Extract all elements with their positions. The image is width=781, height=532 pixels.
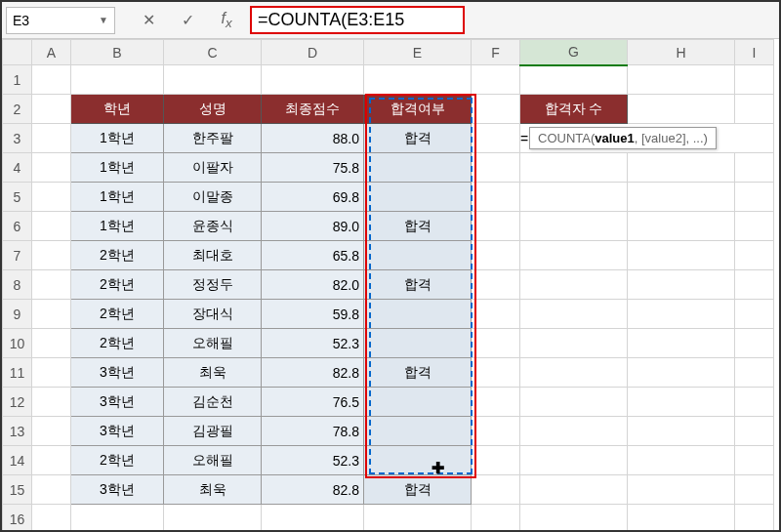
row-header[interactable]: 1 [3,65,32,95]
cell-F15[interactable] [472,475,520,505]
cell-E3[interactable]: 합격 [364,124,472,153]
col-header-D[interactable]: D [262,40,364,65]
cell-H14[interactable] [628,446,735,475]
cell-A7[interactable] [32,241,71,270]
cell-F1[interactable] [472,65,520,95]
cell-I4[interactable] [735,153,774,183]
col-header-G[interactable]: G [520,40,628,65]
cell-E13[interactable] [364,417,472,446]
row-header[interactable]: 4 [3,153,32,183]
col-header-E[interactable]: E [364,40,472,65]
cell-B16[interactable] [71,505,164,531]
cell-I10[interactable] [735,329,774,358]
cell-F8[interactable] [472,270,520,300]
cell-D11[interactable]: 82.8 [262,358,364,388]
row-header[interactable]: 15 [3,475,32,505]
cell-G14[interactable] [520,446,628,475]
cell-A10[interactable] [32,329,71,358]
cell-C15[interactable]: 최욱 [164,475,262,505]
cell-G8[interactable] [520,270,628,300]
cell-I1[interactable] [735,65,774,95]
cell-I15[interactable] [735,475,774,505]
cell-I6[interactable] [735,212,774,241]
cell-D5[interactable]: 69.8 [262,183,364,212]
cell-H11[interactable] [628,358,735,388]
cell-I7[interactable] [735,241,774,270]
cell-D8[interactable]: 82.0 [262,270,364,300]
accept-formula-icon[interactable]: ✓ [172,7,203,34]
cell-I9[interactable] [735,300,774,329]
cell-G16[interactable] [520,505,628,531]
cell-C12[interactable]: 김순천 [164,388,262,417]
cell-A5[interactable] [32,183,71,212]
cell-F11[interactable] [472,358,520,388]
cell-F2[interactable] [472,95,520,124]
cell-E6[interactable]: 합격 [364,212,472,241]
col-header-C[interactable]: C [164,40,262,65]
cell-A8[interactable] [32,270,71,300]
cell-H2[interactable] [628,95,735,124]
cell-G1[interactable] [520,65,628,95]
cell-G9[interactable] [520,300,628,329]
row-header[interactable]: 8 [3,270,32,300]
row-header[interactable]: 11 [3,358,32,388]
cell-G13[interactable] [520,417,628,446]
chevron-down-icon[interactable]: ▼ [99,15,108,25]
cell-G5[interactable] [520,183,628,212]
cell-A12[interactable] [32,388,71,417]
cell-E14[interactable] [364,446,472,475]
cell-F5[interactable] [472,183,520,212]
cell-H15[interactable] [628,475,735,505]
cell-G6[interactable] [520,212,628,241]
formula-input[interactable]: =COUNTA(E3:E15 [250,7,771,34]
cell-C7[interactable]: 최대호 [164,241,262,270]
cell-D12[interactable]: 76.5 [262,388,364,417]
cell-F4[interactable] [472,153,520,183]
cell-F13[interactable] [472,417,520,446]
cell-B2[interactable]: 학년 [71,95,164,124]
cell-B7[interactable]: 2학년 [71,241,164,270]
cell-A2[interactable] [32,95,71,124]
cell-G10[interactable] [520,329,628,358]
cell-H8[interactable] [628,270,735,300]
cell-G2[interactable]: 합격자 수 [520,95,628,124]
cell-H5[interactable] [628,183,735,212]
cell-F14[interactable] [472,446,520,475]
cell-I13[interactable] [735,417,774,446]
cell-B14[interactable]: 2학년 [71,446,164,475]
cell-F7[interactable] [472,241,520,270]
cell-D9[interactable]: 59.8 [262,300,364,329]
col-header-I[interactable]: I [735,40,774,65]
cell-E16[interactable] [364,505,472,531]
cell-H12[interactable] [628,388,735,417]
select-all-corner[interactable] [3,40,32,65]
cell-C13[interactable]: 김광필 [164,417,262,446]
cell-A6[interactable] [32,212,71,241]
cell-E9[interactable] [364,300,472,329]
cell-E12[interactable] [364,388,472,417]
col-header-H[interactable]: H [628,40,735,65]
cell-E10[interactable] [364,329,472,358]
cell-B9[interactable]: 2학년 [71,300,164,329]
cell-A11[interactable] [32,358,71,388]
cell-F12[interactable] [472,388,520,417]
cell-D6[interactable]: 89.0 [262,212,364,241]
cell-A16[interactable] [32,505,71,531]
cell-B13[interactable]: 3학년 [71,417,164,446]
cell-C2[interactable]: 성명 [164,95,262,124]
cell-F9[interactable] [472,300,520,329]
cell-C8[interactable]: 정정두 [164,270,262,300]
cell-D3[interactable]: 88.0 [262,124,364,153]
cell-G4[interactable] [520,153,628,183]
cell-I8[interactable] [735,270,774,300]
cell-F10[interactable] [472,329,520,358]
col-header-A[interactable]: A [32,40,71,65]
cell-C16[interactable] [164,505,262,531]
cell-A15[interactable] [32,475,71,505]
cell-B6[interactable]: 1학년 [71,212,164,241]
cell-E11[interactable]: 합격 [364,358,472,388]
cell-F6[interactable] [472,212,520,241]
cell-A1[interactable] [32,65,71,95]
cell-B3[interactable]: 1학년 [71,124,164,153]
cell-I14[interactable] [735,446,774,475]
